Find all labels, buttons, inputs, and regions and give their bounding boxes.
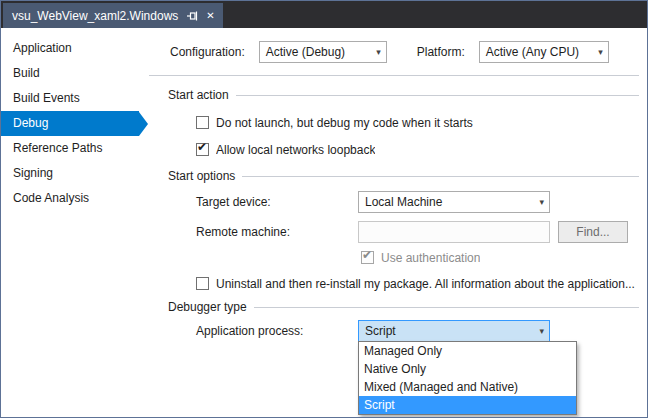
checkbox-allow-loopback[interactable]: ✔ Allow local networks loopback xyxy=(196,142,647,157)
checkbox-box[interactable] xyxy=(196,116,209,129)
checkmark-icon: ✔ xyxy=(362,248,372,262)
sidebar: Application Build Build Events Debug Ref… xyxy=(1,28,139,417)
chevron-down-icon: ▾ xyxy=(598,48,603,57)
platform-dropdown[interactable]: Active (Any CPU) ▾ xyxy=(479,41,609,63)
checkbox-uninstall-reinstall[interactable]: Uninstall and then re-install my package… xyxy=(196,276,647,291)
debug-settings-panel: Configuration: Active (Debug) ▾ Platform… xyxy=(139,28,647,417)
tab-title: vsu_WebView_xaml2.Windows xyxy=(12,9,178,23)
option-mixed[interactable]: Mixed (Managed and Native) xyxy=(359,378,576,396)
pin-icon[interactable] xyxy=(186,10,198,22)
target-device-dropdown[interactable]: Local Machine ▾ xyxy=(358,191,550,213)
sidebar-item-signing[interactable]: Signing xyxy=(1,161,139,186)
checkbox-label: Allow local networks loopback xyxy=(216,143,375,157)
configuration-label: Configuration: xyxy=(170,45,245,59)
checkbox-box[interactable]: ✔ xyxy=(196,143,209,156)
checkbox-do-not-launch[interactable]: Do not launch, but debug my code when it… xyxy=(196,115,647,130)
option-script[interactable]: Script xyxy=(359,396,576,414)
sidebar-item-reference-paths[interactable]: Reference Paths xyxy=(1,136,139,161)
separator xyxy=(149,75,639,76)
section-title-start-action: Start action xyxy=(168,88,229,102)
section-title-start-options: Start options xyxy=(168,169,235,183)
checkbox-label: Do not launch, but debug my code when it… xyxy=(216,116,473,130)
checkbox-box: ✔ xyxy=(361,251,374,264)
section-divider xyxy=(242,176,639,177)
checkbox-box[interactable] xyxy=(196,277,209,290)
platform-dropdown-value: Active (Any CPU) xyxy=(486,45,579,59)
checkmark-icon: ✔ xyxy=(197,140,207,154)
application-process-label: Application process: xyxy=(196,324,358,338)
document-tab-strip: vsu_WebView_xaml2.Windows ✕ xyxy=(1,1,647,28)
section-debugger-type: Debugger type xyxy=(168,300,639,314)
chevron-down-icon: ▾ xyxy=(539,198,544,207)
close-icon[interactable]: ✕ xyxy=(206,11,214,21)
checkbox-label: Use authentication xyxy=(381,251,480,265)
document-tab[interactable]: vsu_WebView_xaml2.Windows ✕ xyxy=(3,3,223,28)
remote-machine-input[interactable] xyxy=(358,221,550,243)
sidebar-item-build[interactable]: Build xyxy=(1,61,139,86)
target-device-row: Target device: Local Machine ▾ xyxy=(196,191,647,213)
configuration-dropdown-value: Active (Debug) xyxy=(266,45,345,59)
platform-label: Platform: xyxy=(417,45,465,59)
target-device-label: Target device: xyxy=(196,195,358,209)
chevron-down-icon: ▾ xyxy=(539,327,544,336)
configuration-dropdown[interactable]: Active (Debug) ▾ xyxy=(259,41,387,63)
sidebar-item-code-analysis[interactable]: Code Analysis xyxy=(1,186,139,211)
remote-machine-row: Remote machine: Find... xyxy=(196,221,647,243)
find-button[interactable]: Find... xyxy=(558,221,628,243)
section-start-action: Start action xyxy=(168,88,639,102)
target-device-value: Local Machine xyxy=(365,195,442,209)
sidebar-item-application[interactable]: Application xyxy=(1,36,139,61)
checkbox-label: Uninstall and then re-install my package… xyxy=(216,277,635,291)
application-process-droplist: Managed Only Native Only Mixed (Managed … xyxy=(358,341,577,415)
checkbox-use-authentication: ✔ Use authentication xyxy=(361,250,647,265)
option-native-only[interactable]: Native Only xyxy=(359,360,576,378)
section-title-debugger-type: Debugger type xyxy=(168,300,247,314)
project-properties-window: vsu_WebView_xaml2.Windows ✕ Application … xyxy=(0,0,648,418)
sidebar-item-build-events[interactable]: Build Events xyxy=(1,86,139,111)
option-managed-only[interactable]: Managed Only xyxy=(359,342,576,360)
application-process-row: Application process: Script ▾ Managed On… xyxy=(196,320,647,342)
section-divider xyxy=(254,307,639,308)
chevron-down-icon: ▾ xyxy=(376,48,381,57)
section-start-options: Start options xyxy=(168,169,639,183)
application-process-dropdown[interactable]: Script ▾ Managed Only Native Only Mixed … xyxy=(358,320,550,342)
remote-machine-label: Remote machine: xyxy=(196,225,358,239)
application-process-value: Script xyxy=(365,324,396,338)
configuration-bar: Configuration: Active (Debug) ▾ Platform… xyxy=(170,41,647,63)
sidebar-item-debug[interactable]: Debug xyxy=(1,111,139,136)
section-divider xyxy=(236,95,639,96)
window-body: Application Build Build Events Debug Ref… xyxy=(1,28,647,417)
